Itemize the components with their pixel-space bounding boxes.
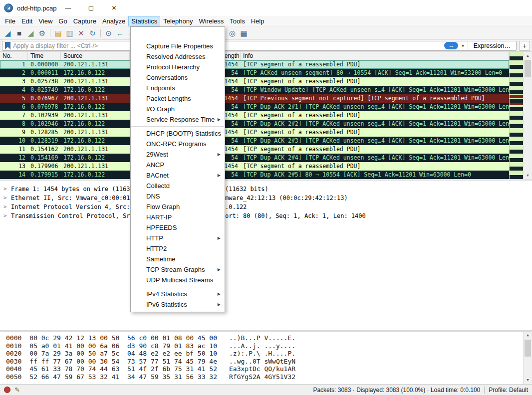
stats-menu-item-collectd[interactable]: Collectd — [131, 181, 225, 191]
hex-line[interactable]: 005052 66 47 59 67 53 32 41 34 47 59 35 … — [0, 373, 532, 381]
menu-edit[interactable]: Edit — [18, 16, 35, 26]
scroll-down-icon[interactable]: ▼ — [524, 172, 532, 179]
expand-arrow-icon[interactable]: > — [3, 211, 7, 220]
scroll-up-icon[interactable]: ▲ — [524, 52, 532, 59]
menu-file[interactable]: File — [2, 16, 18, 26]
stats-menu-item-sametime[interactable]: Sametime — [131, 254, 225, 264]
stats-menu-item-29west[interactable]: 29West▶ — [131, 149, 225, 160]
packet-row[interactable]: 40.025749172.16.0.12254[TCP Window Updat… — [0, 86, 509, 94]
expression-button[interactable]: Expression… — [471, 42, 514, 49]
detail-line[interactable]: >Transmission Control Protocol, Src Poor… — [0, 211, 532, 220]
stats-menu-item-udp-multicast-streams[interactable]: UDP Multicast Streams — [131, 275, 225, 285]
hex-line[interactable]: 001005 a0 01 41 00 00 6a 06 d3 90 c8 79 … — [0, 342, 532, 350]
packet-list-scrollbar[interactable]: ▲ ▼ — [523, 52, 532, 179]
find-packet-icon[interactable]: ⊙ — [103, 27, 114, 39]
column-header-time[interactable]: Time — [28, 52, 61, 60]
close-file-icon[interactable]: ✕ — [75, 27, 87, 39]
packet-row[interactable]: 140.179915172.16.0.12254[TCP Dup ACK 2#5… — [0, 171, 509, 179]
menu-wireless[interactable]: Wireless — [196, 16, 227, 26]
display-filter-input[interactable]: Apply a display filter ... <Ctrl-/> → ▾ … — [2, 41, 517, 51]
menu-go[interactable]: Go — [55, 16, 70, 26]
close-button[interactable]: ✕ — [103, 0, 126, 16]
stats-menu-item-http2[interactable]: HTTP2 — [131, 243, 225, 254]
stats-menu-item-protocol-hierarchy[interactable]: Protocol Hierarchy — [131, 62, 225, 72]
stats-menu-item-http[interactable]: HTTP▶ — [131, 233, 225, 243]
packet-row[interactable]: 90.128285200.121.1.1311454[TCP segment o… — [0, 128, 509, 137]
stats-menu-item-tcp-stream-graphs[interactable]: TCP Stream Graphs▶ — [131, 264, 225, 275]
hex-line[interactable]: 002000 7a 29 3a 00 50 a7 5c 04 48 e2 e2 … — [0, 350, 532, 358]
zoom-reset-icon[interactable]: ◎ — [227, 27, 238, 39]
packet-row[interactable]: 10.000000200.121.1.1311454[TCP segment o… — [0, 60, 509, 69]
column-header-source[interactable]: Source — [61, 52, 130, 60]
detail-line[interactable]: >Frame 1: 1454 bytes on wire (11632 bi(1… — [0, 185, 532, 194]
hex-pane-scrollbar[interactable]: ▲ ▼ — [523, 332, 532, 384]
packet-row[interactable]: 20.000011172.16.0.12254[TCP ACKed unseen… — [0, 69, 509, 77]
stats-menu-item-ipv6-statistics[interactable]: IPv6 Statistics▶ — [131, 299, 225, 310]
stats-menu-item-capture-file-properties[interactable]: Capture File Properties — [131, 41, 225, 51]
filter-history-caret-icon[interactable]: ▾ — [461, 43, 465, 48]
packet-row[interactable]: 60.076978172.16.0.12254[TCP Dup ACK 2#1]… — [0, 103, 509, 111]
expand-arrow-icon[interactable]: > — [3, 185, 7, 194]
apply-filter-button[interactable]: → — [444, 42, 458, 49]
hex-line[interactable]: 004045 61 33 78 70 74 44 63 51 4f 2f 6b … — [0, 365, 532, 373]
minimize-button[interactable]: — — [57, 0, 80, 16]
column-header-no[interactable]: No. — [0, 52, 28, 60]
column-header-info[interactable]: Info — [241, 52, 509, 60]
resize-columns-icon[interactable]: ▦ — [238, 27, 250, 39]
scrollbar-thumb[interactable] — [525, 340, 531, 357]
menu-help[interactable]: Help — [248, 16, 267, 26]
detail-line[interactable]: >Internet Protocol Version 4, Src: 200.0… — [0, 202, 532, 211]
expert-info-button[interactable] — [4, 387, 10, 393]
stop-capture-icon[interactable]: ■ — [13, 27, 25, 39]
expand-arrow-icon[interactable]: > — [3, 202, 7, 211]
menu-telephony[interactable]: Telephony — [160, 16, 196, 26]
stats-menu-item-dhcp-bootp-statistics[interactable]: DHCP (BOOTP) Statistics — [131, 128, 225, 139]
menu-analyze[interactable]: Analyze — [99, 16, 128, 26]
stats-menu-item-ancp[interactable]: ANCP — [131, 160, 225, 170]
intelligent-scrollbar-minimap[interactable] — [509, 52, 523, 179]
menu-view[interactable]: View — [35, 16, 55, 26]
stats-menu-item-hart-ip[interactable]: HART-IP — [131, 212, 225, 222]
stats-menu-item-hpfeeds[interactable]: HPFEEDS — [131, 222, 225, 233]
maximize-button[interactable]: ▢ — [80, 0, 103, 16]
packet-row[interactable]: 130.179906200.121.1.1311454[TCP segment … — [0, 162, 509, 171]
stats-menu-item-service-response-time[interactable]: Service Response Time▶ — [131, 114, 225, 125]
packet-row[interactable]: 50.076967200.121.1.1311454[TCP Previous … — [0, 94, 509, 103]
start-capture-icon[interactable]: ◢ — [2, 27, 13, 39]
go-back-icon[interactable]: ← — [114, 27, 126, 39]
stats-menu-item-endpoints[interactable]: Endpoints — [131, 83, 225, 93]
profile-selector[interactable]: Profile: Default — [489, 387, 528, 394]
scroll-up-icon[interactable]: ▲ — [524, 332, 532, 339]
packet-row[interactable]: 100.128319172.16.0.12254[TCP Dup ACK 2#3… — [0, 137, 509, 145]
stats-menu-item-resolved-addresses[interactable]: Resolved Addresses — [131, 51, 225, 62]
packet-row[interactable]: 120.154169172.16.0.12254[TCP Dup ACK 2#4… — [0, 154, 509, 162]
hex-line[interactable]: 0030ff ff 77 67 00 00 30 54 73 57 77 51 … — [0, 358, 532, 366]
packet-row[interactable]: 70.102939200.121.1.1311454[TCP segment o… — [0, 111, 509, 120]
stats-menu-item-bacnet[interactable]: BACnet▶ — [131, 170, 225, 181]
add-filter-button[interactable]: + — [519, 41, 530, 51]
menu-statistics[interactable]: Statistics — [128, 16, 160, 26]
open-file-icon[interactable]: ▤ — [52, 27, 64, 39]
restart-capture-icon[interactable]: ◢ — [25, 27, 36, 39]
capture-options-icon[interactable]: ⚙ — [36, 27, 48, 39]
stats-menu-item-dns[interactable]: DNS — [131, 191, 225, 201]
packet-row[interactable]: 80.102946172.16.0.12254[TCP Dup ACK 2#2]… — [0, 120, 509, 128]
scrollbar-thumb[interactable] — [525, 60, 531, 77]
scroll-down-icon[interactable]: ▼ — [524, 377, 532, 384]
stats-menu-item-packet-lengths[interactable]: Packet Lengths — [131, 93, 225, 104]
stats-menu-item-ipv4-statistics[interactable]: IPv4 Statistics▶ — [131, 289, 225, 299]
stats-menu-item-onc-rpc-programs[interactable]: ONC-RPC Programs — [131, 139, 225, 149]
capture-comment-icon[interactable]: ✎ — [14, 386, 20, 394]
stats-menu-item-i-o-graph[interactable]: I/O Graph — [131, 104, 225, 114]
menu-capture[interactable]: Capture — [70, 16, 99, 26]
stats-menu-item-flow-graph[interactable]: Flow Graph — [131, 201, 225, 212]
packet-row[interactable]: 30.025738200.121.1.1311454[TCP segment o… — [0, 77, 509, 86]
packet-row[interactable]: 110.154162200.121.1.1311454[TCP segment … — [0, 145, 509, 154]
reload-file-icon[interactable]: ↻ — [87, 27, 98, 39]
hex-line[interactable]: 000000 0c 29 42 12 13 00 50 56 c0 00 01 … — [0, 334, 532, 342]
detail-line[interactable]: >Ethernet II, Src: Vmware_c0:00:01 (00mw… — [0, 194, 532, 202]
menu-tools[interactable]: Tools — [227, 16, 248, 26]
stats-menu-item-conversations[interactable]: Conversations — [131, 72, 225, 83]
save-file-icon[interactable]: ▥ — [64, 27, 75, 39]
filter-bookmark-icon[interactable] — [5, 42, 10, 49]
